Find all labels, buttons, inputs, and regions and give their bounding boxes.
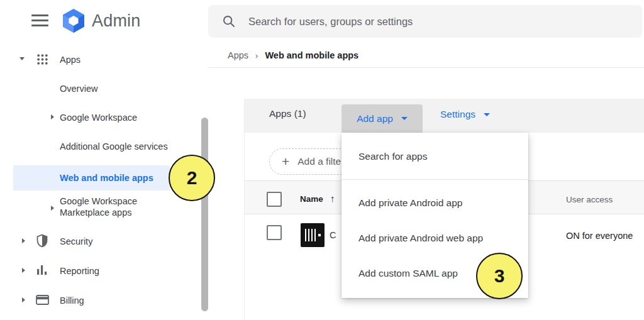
- settings-label: Settings: [440, 109, 475, 120]
- sidebar-item-overview[interactable]: Overview: [60, 83, 97, 94]
- sidebar-item-billing[interactable]: Billing: [60, 295, 84, 306]
- hamburger-bar: [31, 14, 48, 16]
- menu-divider: [341, 179, 528, 180]
- select-all-checkbox[interactable]: [267, 192, 282, 207]
- menu-item-search-for-apps[interactable]: Search for apps: [358, 150, 427, 163]
- row-checkbox[interactable]: [267, 225, 282, 240]
- breadcrumb-separator-icon: ›: [255, 51, 258, 60]
- chevron-down-icon: [484, 113, 490, 116]
- app-title: Admin: [92, 11, 141, 31]
- logo-bar: [311, 229, 313, 241]
- billing-card-icon: [36, 295, 49, 305]
- app-name-cell[interactable]: C: [330, 230, 336, 240]
- hamburger-bar: [31, 25, 48, 26]
- sidebar-item-apps[interactable]: Apps: [60, 54, 80, 65]
- sidebar-item-additional-google-services[interactable]: Additional Google services: [60, 141, 168, 152]
- global-search-bar[interactable]: [208, 5, 642, 38]
- sort-ascending-icon[interactable]: ↑: [330, 193, 335, 204]
- sidebar-item-reporting[interactable]: Reporting: [60, 265, 99, 277]
- hamburger-bar: [31, 19, 48, 21]
- breadcrumb: Apps › Web and mobile apps: [228, 50, 358, 60]
- chevron-right-icon[interactable]: [22, 268, 25, 273]
- app-logo-icon: [301, 223, 325, 247]
- sidebar-scrollbar[interactable]: [201, 118, 208, 311]
- logo-dot: [318, 234, 321, 236]
- plus-icon: +: [282, 154, 289, 169]
- settings-button[interactable]: Settings: [440, 109, 490, 120]
- apps-count-label: Apps (1): [269, 108, 306, 119]
- chevron-down-icon[interactable]: [19, 57, 25, 60]
- menu-item-add-custom-saml-app[interactable]: Add custom SAML app: [358, 267, 458, 280]
- chevron-down-icon: [401, 117, 408, 120]
- chevron-right-icon[interactable]: [51, 206, 54, 211]
- user-access-cell: ON for everyone: [566, 231, 633, 241]
- search-icon: [223, 15, 235, 28]
- menu-item-add-private-android-web-app[interactable]: Add private Android web app: [358, 232, 483, 245]
- logo-bar: [314, 229, 316, 241]
- chevron-right-icon[interactable]: [22, 238, 25, 243]
- annotation-step-3-badge: 3: [476, 253, 523, 299]
- header-divider: [208, 67, 644, 68]
- sidebar-item-google-workspace[interactable]: Google Workspace: [60, 112, 137, 123]
- admin-logo-icon: [61, 8, 86, 33]
- add-app-label: Add app: [357, 113, 393, 124]
- breadcrumb-current: Web and mobile apps: [265, 50, 358, 60]
- annotation-step-2-badge: 2: [169, 155, 215, 201]
- sidebar-item-security[interactable]: Security: [60, 236, 92, 247]
- column-header-name[interactable]: Name: [300, 194, 323, 204]
- search-input[interactable]: [247, 15, 602, 28]
- breadcrumb-parent[interactable]: Apps: [228, 50, 248, 60]
- chevron-right-icon[interactable]: [22, 297, 25, 302]
- column-header-user-access[interactable]: User access: [566, 195, 613, 204]
- apps-grid-icon: [36, 53, 49, 66]
- menu-item-add-private-android-app[interactable]: Add private Android app: [358, 197, 462, 209]
- sidebar-item-label: Web and mobile apps: [60, 173, 153, 183]
- logo-bar: [308, 229, 310, 241]
- security-shield-icon: [36, 234, 48, 248]
- chevron-right-icon[interactable]: [51, 114, 54, 119]
- hamburger-menu-icon[interactable]: [31, 14, 48, 26]
- add-filter-label: Add a filter: [297, 156, 344, 167]
- logo-bar: [305, 229, 307, 241]
- reporting-chart-icon: [36, 265, 48, 275]
- sidebar-item-marketplace-apps[interactable]: Google Workspace Marketplace apps: [60, 196, 172, 218]
- add-app-button[interactable]: Add app: [341, 104, 423, 133]
- sidebar-item-web-and-mobile-apps[interactable]: Web and mobile apps: [13, 165, 170, 190]
